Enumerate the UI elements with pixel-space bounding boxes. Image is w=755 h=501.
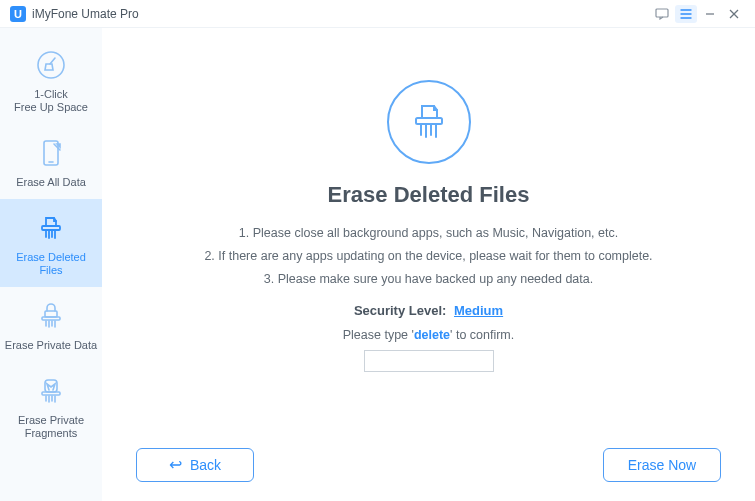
app-logo: U xyxy=(10,6,26,22)
confirm-suffix: ' to confirm. xyxy=(450,328,514,342)
svg-rect-27 xyxy=(416,118,442,124)
svg-rect-16 xyxy=(42,317,60,320)
sidebar-item-label: 1-Click Free Up Space xyxy=(14,88,88,114)
broom-icon xyxy=(34,48,68,82)
back-button[interactable]: ↩ Back xyxy=(136,448,254,482)
security-level-row: Security Level: Medium xyxy=(354,303,503,318)
sidebar-item-erase-private-fragments[interactable]: Erase Private Fragments xyxy=(0,362,102,450)
close-button[interactable] xyxy=(723,5,745,23)
confirm-input[interactable] xyxy=(364,350,494,372)
svg-rect-10 xyxy=(42,226,60,230)
sidebar-item-label: Erase Deleted Files xyxy=(4,251,98,277)
sidebar-item-label: Erase Private Fragments xyxy=(18,414,84,440)
instructions: 1. Please close all background apps, suc… xyxy=(204,222,652,291)
confirm-instruction: Please type 'delete' to confirm. xyxy=(343,328,515,342)
sidebar-item-erase-deleted-files[interactable]: Erase Deleted Files xyxy=(0,199,102,287)
confirm-keyword: delete xyxy=(414,328,450,342)
instruction-line: 1. Please close all background apps, suc… xyxy=(204,222,652,245)
svg-point-7 xyxy=(38,52,64,78)
svg-rect-15 xyxy=(45,311,57,317)
titlebar: U iMyFone Umate Pro xyxy=(0,0,755,28)
menu-icon[interactable] xyxy=(675,5,697,23)
back-button-label: Back xyxy=(190,457,221,473)
sidebar-item-erase-private-data[interactable]: Erase Private Data xyxy=(0,287,102,362)
svg-rect-22 xyxy=(42,392,60,395)
erase-now-button-label: Erase Now xyxy=(628,457,696,473)
page-title: Erase Deleted Files xyxy=(328,182,530,208)
minimize-button[interactable] xyxy=(699,5,721,23)
svg-rect-0 xyxy=(656,9,668,17)
security-level-label: Security Level: xyxy=(354,303,447,318)
confirm-prefix: Please type ' xyxy=(343,328,414,342)
app-title: iMyFone Umate Pro xyxy=(32,7,139,21)
main-panel: Erase Deleted Files 1. Please close all … xyxy=(102,28,755,501)
footer: ↩ Back Erase Now xyxy=(132,441,725,501)
instruction-line: 3. Please make sure you have backed up a… xyxy=(204,268,652,291)
shredder-hero-icon xyxy=(387,80,471,164)
instruction-line: 2. If there are any apps updating on the… xyxy=(204,245,652,268)
security-level-value[interactable]: Medium xyxy=(454,303,503,318)
sidebar-item-label: Erase Private Data xyxy=(5,339,97,352)
lock-shredder-icon xyxy=(34,299,68,333)
sidebar: 1-Click Free Up Space Erase All Data xyxy=(0,28,102,501)
app-shredder-icon xyxy=(34,374,68,408)
feedback-icon[interactable] xyxy=(651,5,673,23)
sidebar-item-free-up-space[interactable]: 1-Click Free Up Space xyxy=(0,36,102,124)
erase-now-button[interactable]: Erase Now xyxy=(603,448,721,482)
back-arrow-icon: ↩ xyxy=(169,457,182,473)
sidebar-item-label: Erase All Data xyxy=(16,176,86,189)
shredder-icon xyxy=(34,211,68,245)
sidebar-item-erase-all-data[interactable]: Erase All Data xyxy=(0,124,102,199)
erase-device-icon xyxy=(34,136,68,170)
